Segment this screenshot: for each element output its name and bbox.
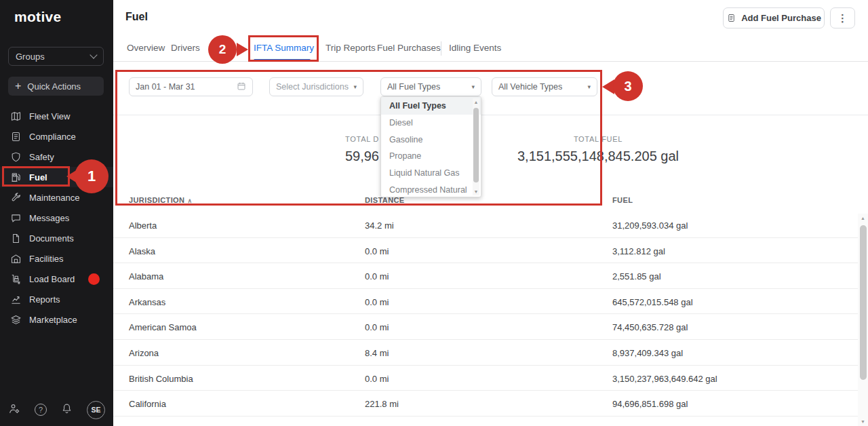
active-tab-underline — [254, 59, 311, 61]
column-header-fuel[interactable]: FUEL — [612, 196, 633, 204]
chevron-down-icon — [90, 51, 97, 58]
jurisdictions-placeholder: Select Jurisdictions — [276, 82, 349, 92]
annotation-pin-step3: 3 — [613, 71, 643, 101]
scroll-up-icon[interactable]: ▲ — [473, 100, 479, 104]
groups-dropdown[interactable]: Groups — [8, 47, 104, 66]
sidebar-item-load-board[interactable]: Load Board — [0, 269, 113, 289]
sidebar-item-label: Load Board — [29, 274, 75, 284]
more-options-button[interactable]: ⋮ — [830, 7, 855, 28]
tab-ifta-summary[interactable]: IFTA Summary — [254, 43, 314, 53]
scroll-down-icon[interactable]: ▼ — [858, 419, 868, 424]
tab-fuel-purchases[interactable]: Fuel Purchases — [377, 43, 441, 53]
distance-cell: 221.8 mi — [365, 399, 399, 409]
jurisdictions-filter[interactable]: Select Jurisdictions ▾ — [269, 77, 363, 96]
vehicle-type-value: All Vehicle Types — [498, 82, 562, 92]
document-icon — [10, 233, 22, 244]
caret-down-icon: ▾ — [587, 83, 591, 90]
total-distance-value: 59,96 — [258, 149, 379, 164]
dropdown-scrollbar[interactable]: ▲ ▼ — [473, 98, 479, 195]
fuel-pump-icon — [10, 172, 22, 183]
date-range-value: Jan 01 - Mar 31 — [136, 82, 195, 92]
total-fuel-value: 3,151,555,148,845.205 gal — [483, 149, 713, 164]
annotation-pointer-step2 — [237, 43, 248, 56]
sidebar-item-label: Reports — [29, 294, 60, 305]
sidebar-item-documents[interactable]: Documents — [0, 228, 113, 248]
table-row: Alabama 0.0 mi 2,551.85 gal — [113, 263, 858, 289]
menu-option-compressed-natural[interactable]: Compressed Natural — [381, 181, 481, 197]
sidebar-item-reports[interactable]: Reports — [0, 289, 113, 309]
table-row: British Columbia 0.0 mi 3,150,237,963,64… — [113, 366, 858, 391]
sidebar-item-safety[interactable]: Safety — [0, 147, 113, 167]
sidebar-item-label: Marketplace — [29, 315, 77, 325]
scroll-down-icon[interactable]: ▼ — [473, 189, 479, 194]
calendar-icon — [237, 81, 246, 93]
quick-actions-button[interactable]: + Quick Actions — [8, 77, 104, 96]
jurisdiction-cell: British Columbia — [129, 374, 193, 384]
jurisdiction-cell: Alabama — [129, 271, 163, 282]
tabbar-divider — [113, 61, 868, 62]
scroll-up-icon[interactable]: ▲ — [858, 216, 868, 220]
table-scrollbar[interactable]: ▲ ▼ — [858, 214, 868, 426]
date-range-filter[interactable]: Jan 01 - Mar 31 — [129, 77, 253, 96]
jurisdiction-cell: Arkansas — [129, 297, 165, 307]
fuel-cell: 74,450,635.728 gal — [612, 322, 688, 332]
fuel-type-dropdown-menu: All Fuel Types Diesel Gasoline Propane L… — [380, 96, 481, 197]
vehicle-type-filter[interactable]: All Vehicle Types ▾ — [492, 77, 597, 96]
distance-cell: 0.0 mi — [365, 297, 389, 307]
bell-icon[interactable] — [60, 402, 73, 418]
shield-icon — [10, 151, 22, 163]
sidebar-item-label: Maintenance — [29, 193, 79, 203]
scrollbar-thumb[interactable] — [860, 225, 867, 380]
column-header-jurisdiction[interactable]: JURISDICTION∧ — [129, 196, 192, 204]
tab-idling-events[interactable]: Idling Events — [449, 43, 501, 53]
notification-dot-badge — [88, 273, 100, 285]
annotation-pointer-step3 — [602, 79, 614, 94]
warehouse-icon — [10, 253, 22, 265]
menu-option-propane[interactable]: Propane — [381, 148, 481, 165]
tab-overview[interactable]: Overview — [127, 43, 165, 53]
sidebar-item-fuel[interactable]: Fuel — [0, 167, 113, 187]
wrench-icon — [10, 192, 22, 204]
sidebar-item-compliance[interactable]: Compliance — [0, 126, 113, 147]
fuel-cell: 31,209,593.034 gal — [612, 220, 688, 231]
menu-option-gasoline[interactable]: Gasoline — [381, 132, 481, 149]
table-row: Alberta 34.2 mi 31,209,593.034 gal — [113, 212, 858, 238]
layers-icon — [10, 314, 22, 326]
sidebar-item-label: Fleet View — [29, 111, 70, 121]
plus-icon: + — [15, 81, 21, 92]
sidebar-item-messages[interactable]: Messages — [0, 208, 113, 228]
distance-cell: 0.0 mi — [365, 322, 389, 332]
sidebar-item-label: Documents — [29, 233, 74, 244]
table-row: Alaska 0.0 mi 3,112.812 gal — [113, 238, 858, 264]
menu-option-liquid-natural-gas[interactable]: Liquid Natural Gas — [381, 165, 481, 182]
sidebar-item-fleet-view[interactable]: Fleet View — [0, 106, 113, 126]
sidebar-item-maintenance[interactable]: Maintenance — [0, 187, 113, 208]
tab-trip-reports[interactable]: Trip Reports — [326, 43, 376, 53]
filters-divider — [113, 115, 868, 115]
avatar[interactable]: SE — [87, 401, 105, 419]
scrollbar-thumb[interactable] — [473, 108, 479, 182]
fuel-type-filter[interactable]: All Fuel Types ▾ — [380, 77, 481, 96]
sidebar-item-label: Messages — [29, 213, 69, 223]
quick-actions-label: Quick Actions — [27, 81, 81, 92]
motive-logo: motive — [14, 9, 62, 25]
menu-option-diesel[interactable]: Diesel — [381, 115, 481, 132]
fuel-cell: 2,551.85 gal — [612, 271, 661, 282]
add-fuel-purchase-label: Add Fuel Purchase — [741, 13, 821, 23]
sidebar-item-label: Facilities — [29, 254, 64, 264]
add-fuel-purchase-button[interactable]: Add Fuel Purchase — [723, 7, 825, 28]
map-icon — [10, 111, 22, 122]
sidebar-item-facilities[interactable]: Facilities — [0, 248, 113, 269]
tab-drivers[interactable]: Drivers — [171, 43, 200, 53]
menu-option-all-fuel-types[interactable]: All Fuel Types — [381, 97, 481, 115]
distance-cell: 34.2 mi — [365, 220, 394, 231]
sidebar-footer: ? SE — [8, 400, 105, 420]
kebab-icon: ⋮ — [837, 12, 848, 24]
help-icon[interactable]: ? — [35, 404, 47, 416]
admin-user-icon[interactable] — [8, 402, 21, 418]
sidebar: motive Groups + Quick Actions Fleet View… — [0, 0, 113, 426]
fuel-cell: 3,112.812 gal — [612, 246, 665, 256]
table-row: Arkansas 0.0 mi 645,572,015.548 gal — [113, 289, 858, 315]
sidebar-item-marketplace[interactable]: Marketplace — [0, 309, 113, 330]
groups-label: Groups — [16, 52, 45, 62]
